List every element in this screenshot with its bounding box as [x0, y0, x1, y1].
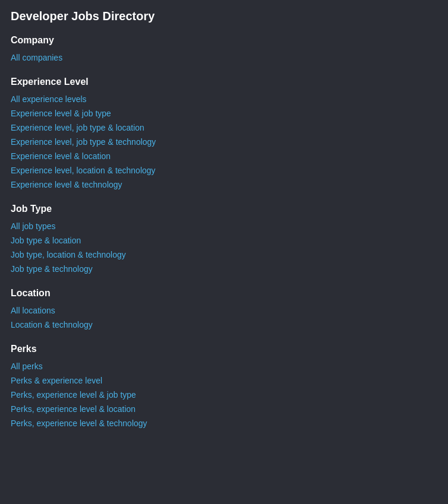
section-job-type: Job TypeAll job typesJob type & location… — [11, 204, 437, 274]
link-list-location: All locationsLocation & technology — [11, 306, 437, 329]
list-item-perks-experience-level-location: Perks, experience level & location — [11, 404, 437, 414]
list-item-experience-level-job-type-technology: Experience level, job type & technology — [11, 137, 437, 147]
link-experience-level-technology[interactable]: Experience level & technology — [11, 180, 122, 189]
link-experience-level-location[interactable]: Experience level & location — [11, 151, 111, 161]
section-location: LocationAll locationsLocation & technolo… — [11, 288, 437, 329]
link-job-type-location[interactable]: Job type & location — [11, 236, 81, 245]
list-item-all-locations: All locations — [11, 306, 437, 315]
link-job-type-technology[interactable]: Job type & technology — [11, 264, 93, 274]
list-item-job-type-location: Job type & location — [11, 236, 437, 245]
heading-job-type: Job Type — [11, 204, 437, 214]
link-list-experience-level: All experience levelsExperience level & … — [11, 94, 437, 189]
link-experience-level-job-type-technology[interactable]: Experience level, job type & technology — [11, 137, 156, 147]
link-list-perks: All perksPerks & experience levelPerks, … — [11, 362, 437, 428]
list-item-all-job-types: All job types — [11, 221, 437, 231]
link-all-companies[interactable]: All companies — [11, 53, 62, 62]
link-experience-level-job-type[interactable]: Experience level & job type — [11, 109, 111, 118]
link-list-company: All companies — [11, 53, 437, 62]
list-item-experience-level-location-technology: Experience level, location & technology — [11, 166, 437, 175]
list-item-perks-experience-level-job-type: Perks, experience level & job type — [11, 390, 437, 400]
list-item-experience-level-technology: Experience level & technology — [11, 180, 437, 189]
list-item-experience-level-job-type: Experience level & job type — [11, 109, 437, 118]
link-all-job-types[interactable]: All job types — [11, 221, 55, 231]
list-item-job-type-location-technology: Job type, location & technology — [11, 250, 437, 259]
list-item-experience-level-job-type-location: Experience level, job type & location — [11, 123, 437, 132]
page-title: Developer Jobs Directory — [11, 9, 437, 23]
list-item-job-type-technology: Job type & technology — [11, 264, 437, 274]
list-item-experience-level-location: Experience level & location — [11, 151, 437, 161]
link-job-type-location-technology[interactable]: Job type, location & technology — [11, 250, 126, 259]
link-perks-experience-level-technology[interactable]: Perks, experience level & technology — [11, 419, 147, 428]
section-company: CompanyAll companies — [11, 35, 437, 62]
link-experience-level-location-technology[interactable]: Experience level, location & technology — [11, 166, 156, 175]
list-item-perks-experience-level-technology: Perks, experience level & technology — [11, 419, 437, 428]
link-all-experience-levels[interactable]: All experience levels — [11, 94, 87, 104]
link-experience-level-job-type-location[interactable]: Experience level, job type & location — [11, 123, 144, 132]
link-perks-experience-level-job-type[interactable]: Perks, experience level & job type — [11, 390, 136, 400]
section-experience-level: Experience LevelAll experience levelsExp… — [11, 77, 437, 189]
link-location-technology[interactable]: Location & technology — [11, 320, 93, 329]
list-item-all-companies: All companies — [11, 53, 437, 62]
list-item-all-experience-levels: All experience levels — [11, 94, 437, 104]
heading-perks: Perks — [11, 344, 437, 354]
heading-experience-level: Experience Level — [11, 77, 437, 87]
list-item-all-perks: All perks — [11, 362, 437, 371]
heading-location: Location — [11, 288, 437, 299]
link-all-locations[interactable]: All locations — [11, 306, 55, 315]
list-item-perks-experience-level: Perks & experience level — [11, 376, 437, 385]
link-perks-experience-level-location[interactable]: Perks, experience level & location — [11, 404, 135, 414]
link-all-perks[interactable]: All perks — [11, 362, 43, 371]
link-perks-experience-level[interactable]: Perks & experience level — [11, 376, 102, 385]
heading-company: Company — [11, 35, 437, 46]
link-list-job-type: All job typesJob type & locationJob type… — [11, 221, 437, 274]
list-item-location-technology: Location & technology — [11, 320, 437, 329]
section-perks: PerksAll perksPerks & experience levelPe… — [11, 344, 437, 428]
